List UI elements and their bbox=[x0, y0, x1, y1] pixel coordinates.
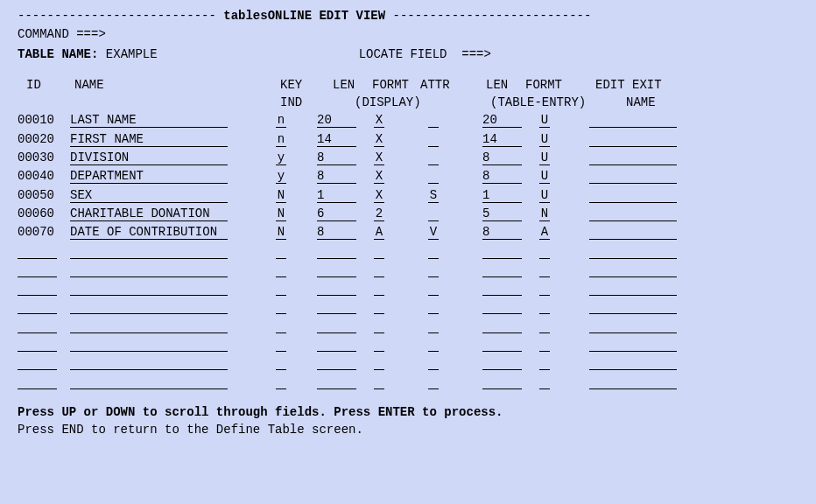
row-name-input[interactable] bbox=[70, 281, 228, 296]
row-id-input[interactable] bbox=[18, 337, 57, 352]
row-attr-input[interactable] bbox=[428, 188, 439, 203]
row-fmt2-input[interactable] bbox=[539, 318, 550, 333]
row-id-input[interactable] bbox=[18, 374, 57, 389]
row-name-input[interactable] bbox=[70, 225, 228, 240]
row-len-input[interactable] bbox=[317, 113, 356, 128]
row-len2-input[interactable] bbox=[482, 337, 522, 352]
row-fmt2-input[interactable] bbox=[539, 132, 550, 147]
row-fmt-input[interactable] bbox=[374, 169, 384, 184]
row-attr-input[interactable] bbox=[428, 318, 439, 333]
row-exit-input[interactable] bbox=[589, 281, 677, 296]
row-key-input[interactable] bbox=[276, 244, 286, 259]
row-key-input[interactable] bbox=[276, 299, 286, 314]
row-len2-input[interactable] bbox=[482, 318, 522, 333]
row-len2-input[interactable] bbox=[482, 206, 522, 221]
row-key-input[interactable] bbox=[276, 262, 286, 277]
row-len2-input[interactable] bbox=[482, 113, 522, 128]
row-key-input[interactable] bbox=[276, 355, 286, 370]
row-fmt-input[interactable] bbox=[374, 299, 384, 314]
row-id-input[interactable] bbox=[18, 355, 57, 370]
row-exit-input[interactable] bbox=[589, 113, 677, 128]
row-key-input[interactable] bbox=[276, 188, 286, 203]
row-len-input[interactable] bbox=[317, 132, 356, 147]
row-name-input[interactable] bbox=[70, 169, 228, 184]
row-fmt2-input[interactable] bbox=[539, 355, 550, 370]
row-len2-input[interactable] bbox=[482, 188, 522, 203]
row-attr-input[interactable] bbox=[428, 206, 439, 221]
row-fmt2-input[interactable] bbox=[539, 150, 550, 165]
row-exit-input[interactable] bbox=[589, 188, 677, 203]
row-fmt-input[interactable] bbox=[374, 188, 384, 203]
row-name-input[interactable] bbox=[70, 150, 228, 165]
row-name-input[interactable] bbox=[70, 355, 228, 370]
row-attr-input[interactable] bbox=[428, 262, 439, 277]
row-name-input[interactable] bbox=[70, 188, 228, 203]
row-attr-input[interactable] bbox=[428, 150, 439, 165]
row-len-input[interactable] bbox=[317, 188, 356, 203]
row-key-input[interactable] bbox=[276, 374, 286, 389]
row-id-input[interactable] bbox=[18, 244, 57, 259]
row-name-input[interactable] bbox=[70, 299, 228, 314]
row-attr-input[interactable] bbox=[428, 355, 439, 370]
row-len-input[interactable] bbox=[317, 355, 356, 370]
row-fmt-input[interactable] bbox=[374, 318, 384, 333]
row-exit-input[interactable] bbox=[589, 206, 677, 221]
row-attr-input[interactable] bbox=[428, 374, 439, 389]
row-fmt2-input[interactable] bbox=[539, 299, 550, 314]
row-exit-input[interactable] bbox=[589, 318, 677, 333]
row-len2-input[interactable] bbox=[482, 169, 522, 184]
row-id-input[interactable] bbox=[18, 262, 57, 277]
row-key-input[interactable] bbox=[276, 281, 286, 296]
row-name-input[interactable] bbox=[70, 244, 228, 259]
row-len-input[interactable] bbox=[317, 318, 356, 333]
row-len2-input[interactable] bbox=[482, 355, 522, 370]
row-exit-input[interactable] bbox=[589, 150, 677, 165]
row-len2-input[interactable] bbox=[482, 244, 522, 259]
row-fmt-input[interactable] bbox=[374, 225, 384, 240]
row-len2-input[interactable] bbox=[482, 262, 522, 277]
row-fmt2-input[interactable] bbox=[539, 337, 550, 352]
row-fmt-input[interactable] bbox=[374, 132, 384, 147]
row-len-input[interactable] bbox=[317, 150, 356, 165]
row-fmt-input[interactable] bbox=[374, 244, 384, 259]
row-key-input[interactable] bbox=[276, 318, 286, 333]
row-fmt2-input[interactable] bbox=[539, 225, 550, 240]
row-len-input[interactable] bbox=[317, 337, 356, 352]
row-len2-input[interactable] bbox=[482, 225, 522, 240]
row-fmt-input[interactable] bbox=[374, 374, 384, 389]
row-id-input[interactable] bbox=[18, 318, 57, 333]
row-exit-input[interactable] bbox=[589, 337, 677, 352]
row-len-input[interactable] bbox=[317, 225, 356, 240]
row-exit-input[interactable] bbox=[589, 244, 677, 259]
row-attr-input[interactable] bbox=[428, 225, 439, 240]
row-fmt2-input[interactable] bbox=[539, 206, 550, 221]
row-len2-input[interactable] bbox=[482, 374, 522, 389]
row-key-input[interactable] bbox=[276, 225, 286, 240]
row-exit-input[interactable] bbox=[589, 225, 677, 240]
row-fmt2-input[interactable] bbox=[539, 169, 550, 184]
row-len-input[interactable] bbox=[317, 299, 356, 314]
row-fmt2-input[interactable] bbox=[539, 244, 550, 259]
row-fmt-input[interactable] bbox=[374, 113, 384, 128]
row-key-input[interactable] bbox=[276, 337, 286, 352]
row-name-input[interactable] bbox=[70, 318, 228, 333]
row-fmt-input[interactable] bbox=[374, 337, 384, 352]
row-fmt2-input[interactable] bbox=[539, 281, 550, 296]
row-attr-input[interactable] bbox=[428, 113, 439, 128]
row-exit-input[interactable] bbox=[589, 355, 677, 370]
command-input[interactable] bbox=[113, 24, 379, 44]
row-attr-input[interactable] bbox=[428, 244, 439, 259]
row-name-input[interactable] bbox=[70, 206, 228, 221]
row-exit-input[interactable] bbox=[589, 374, 677, 389]
row-name-input[interactable] bbox=[70, 262, 228, 277]
row-key-input[interactable] bbox=[276, 150, 286, 165]
row-name-input[interactable] bbox=[70, 113, 228, 128]
row-exit-input[interactable] bbox=[589, 169, 677, 184]
row-fmt2-input[interactable] bbox=[539, 262, 550, 277]
row-id-input[interactable] bbox=[18, 299, 57, 314]
row-exit-input[interactable] bbox=[589, 262, 677, 277]
row-key-input[interactable] bbox=[276, 206, 286, 221]
row-fmt2-input[interactable] bbox=[539, 374, 550, 389]
row-len2-input[interactable] bbox=[482, 281, 522, 296]
row-key-input[interactable] bbox=[276, 169, 286, 184]
